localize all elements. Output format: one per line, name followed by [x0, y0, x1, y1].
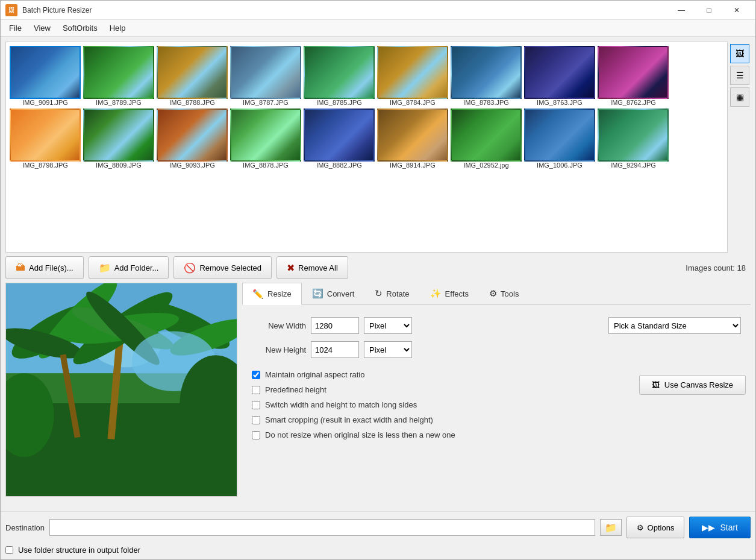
right-panel: ✏️ Resize 🔄 Convert ↻ Rotate ✨ Effects ⚙: [242, 283, 751, 506]
predefined-height-label[interactable]: Predefined height: [265, 385, 326, 394]
list-item[interactable]: IMG_8809.JPG: [83, 109, 154, 169]
maximize-button[interactable]: □: [695, 1, 723, 20]
height-row: New Height Pixel Percent cm mm inch: [252, 341, 741, 358]
canvas-resize-label: Use Canvas Resize: [664, 380, 733, 389]
thumbnail-label: IMG_9091.JPG: [22, 99, 68, 106]
thumbnail-label: IMG_8783.JPG: [463, 99, 509, 106]
thumbnail-label: IMG_8798.JPG: [22, 162, 68, 169]
no-resize-row: Do not resize when original size is less…: [247, 430, 639, 439]
minimize-button[interactable]: —: [667, 1, 695, 20]
options-button[interactable]: ⚙ Options: [626, 517, 685, 538]
tab-resize[interactable]: ✏️ Resize: [242, 283, 302, 305]
list-item[interactable]: IMG_8784.JPG: [377, 46, 448, 106]
maintain-ratio-row: Maintain original aspect ratio: [247, 370, 639, 379]
menubar: File View SoftOrbits Help: [1, 20, 755, 37]
list-item[interactable]: IMG_8914.JPG: [377, 109, 448, 169]
list-item[interactable]: IMG_9294.JPG: [598, 109, 669, 169]
list-item[interactable]: IMG_8788.JPG: [157, 46, 228, 106]
close-button[interactable]: ✕: [723, 1, 751, 20]
app-icon: 🖼: [5, 4, 17, 16]
list-item[interactable]: IMG_8785.JPG: [304, 46, 375, 106]
use-folder-label[interactable]: Use folder structure in output folder: [18, 546, 140, 555]
menu-softorbits[interactable]: SoftOrbits: [57, 21, 104, 35]
view-toggle-sidebar: 🖼 ☰ ▦: [729, 42, 751, 253]
menu-help[interactable]: Help: [104, 21, 132, 35]
remove-all-button[interactable]: ✖ Remove All: [276, 256, 348, 279]
view-list-button[interactable]: ☰: [730, 66, 749, 85]
add-files-button[interactable]: 🏔 Add File(s)...: [5, 256, 84, 279]
list-item[interactable]: IMG_8798.JPG: [10, 109, 81, 169]
resize-tab-icon: ✏️: [252, 289, 264, 300]
toolbar: 🏔 Add File(s)... 📁 Add Folder... 🚫 Remov…: [1, 253, 755, 283]
thumbnail-img: [157, 109, 228, 162]
smart-crop-label[interactable]: Smart cropping (result in exact width an…: [265, 415, 433, 424]
list-item[interactable]: IMG_1006.JPG: [524, 109, 595, 169]
thumbnail-label: IMG_8784.JPG: [390, 99, 436, 106]
switch-width-height-label[interactable]: Switch width and height to match long si…: [265, 400, 417, 409]
destination-toolbar: Destination 📁 ⚙ Options ▶▶ Start: [1, 511, 755, 543]
preview-panel: [5, 283, 237, 497]
thumbnail-img: [598, 46, 669, 99]
list-item[interactable]: IMG_8763.JPG: [524, 46, 595, 106]
thumbnail-label: IMG_02952.jpg: [463, 162, 508, 169]
height-unit-select[interactable]: Pixel Percent cm mm inch: [364, 341, 412, 358]
list-item[interactable]: IMG_9091.JPG: [10, 46, 81, 106]
options-label: Options: [648, 523, 675, 532]
standard-size-select[interactable]: Pick a Standard Size 640x480 800x600 102…: [608, 317, 741, 334]
gallery-wrapper: IMG_9091.JPG IMG_8789.JPG IMG_8788.JPG I…: [5, 42, 751, 253]
main-content: ✏️ Resize 🔄 Convert ↻ Rotate ✨ Effects ⚙: [1, 283, 755, 511]
no-resize-label[interactable]: Do not resize when original size is less…: [265, 430, 455, 439]
use-folder-row: Use folder structure in output folder: [1, 543, 755, 559]
add-folder-button[interactable]: 📁 Add Folder...: [89, 256, 169, 279]
smart-crop-checkbox[interactable]: [252, 416, 260, 424]
destination-input[interactable]: [49, 519, 595, 536]
tab-convert[interactable]: 🔄 Convert: [302, 283, 365, 304]
list-item[interactable]: IMG_8789.JPG: [83, 46, 154, 106]
height-input[interactable]: [311, 341, 359, 358]
list-item[interactable]: IMG_8762.JPG: [598, 46, 669, 106]
no-resize-checkbox[interactable]: [252, 431, 260, 439]
menu-file[interactable]: File: [3, 21, 28, 35]
tab-rotate[interactable]: ↻ Rotate: [364, 283, 419, 304]
list-item[interactable]: IMG_8878.JPG: [230, 109, 301, 169]
tab-tools[interactable]: ⚙ Tools: [479, 283, 529, 304]
list-item[interactable]: IMG_8882.JPG: [304, 109, 375, 169]
thumbnail-label: IMG_1006.JPG: [537, 162, 583, 169]
remove-selected-icon: 🚫: [184, 262, 196, 274]
thumbnail-img: [377, 46, 448, 99]
tools-tab-label: Tools: [501, 289, 519, 298]
destination-folder-button[interactable]: 📁: [600, 519, 622, 536]
thumbnail-label: IMG_8785.JPG: [316, 99, 362, 106]
width-unit-select[interactable]: Pixel Percent cm mm inch: [364, 317, 412, 334]
view-grid-button[interactable]: ▦: [730, 87, 749, 107]
maintain-ratio-label[interactable]: Maintain original aspect ratio: [265, 370, 364, 379]
start-button[interactable]: ▶▶ Start: [689, 517, 751, 538]
predefined-height-checkbox[interactable]: [252, 386, 260, 394]
resize-tab-label: Resize: [267, 289, 292, 298]
view-thumbnail-button[interactable]: 🖼: [730, 44, 749, 63]
options-icon: ⚙: [637, 523, 644, 532]
list-item[interactable]: IMG_8783.JPG: [451, 46, 522, 106]
list-item[interactable]: IMG_9093.JPG: [157, 109, 228, 169]
thumbnail-label: IMG_8878.JPG: [243, 162, 289, 169]
smart-crop-row: Smart cropping (result in exact width an…: [247, 415, 639, 424]
maintain-ratio-checkbox[interactable]: [252, 371, 260, 379]
menu-view[interactable]: View: [28, 21, 57, 35]
use-folder-checkbox[interactable]: [5, 546, 13, 554]
rotate-tab-label: Rotate: [386, 289, 409, 298]
switch-width-height-checkbox[interactable]: [252, 401, 260, 409]
tab-effects[interactable]: ✨ Effects: [420, 283, 480, 304]
thumbnail-img: [304, 109, 375, 162]
width-input[interactable]: [311, 317, 359, 334]
thumbnail-label: IMG_8914.JPG: [390, 162, 436, 169]
list-item[interactable]: IMG_8787.JPG: [230, 46, 301, 106]
canvas-resize-button[interactable]: 🖼 Use Canvas Resize: [639, 375, 746, 395]
remove-selected-button[interactable]: 🚫 Remove Selected: [173, 256, 272, 279]
thumbnail-img: [157, 46, 228, 99]
thumbnail-img: [230, 46, 301, 99]
width-row: New Width Pixel Percent cm mm inch Pick …: [252, 317, 741, 334]
new-width-label: New Width: [252, 321, 306, 330]
thumbnail-img: [598, 109, 669, 162]
thumbnail-label: IMG_8882.JPG: [316, 162, 362, 169]
list-item[interactable]: IMG_02952.jpg: [451, 109, 522, 169]
